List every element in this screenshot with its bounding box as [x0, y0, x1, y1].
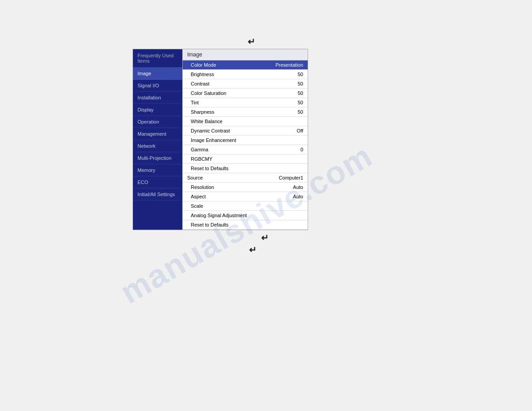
enter-icon-4: ↵ [249, 244, 257, 255]
row-color-mode[interactable]: Color Mode Presentation [183, 60, 308, 70]
row-resolution[interactable]: Resolution Auto [183, 183, 308, 192]
sidebar: Frequently Used Items Image Signal I/O I… [133, 49, 182, 230]
sidebar-item-image[interactable]: Image [133, 68, 182, 80]
label-dynamic-contrast: Dynamic Contrast [187, 128, 297, 133]
row-contrast[interactable]: Contrast 50 [183, 79, 308, 89]
content-panel: Image Color Mode Presentation Brightness… [182, 49, 308, 230]
sidebar-item-signal-io[interactable]: Signal I/O [133, 80, 182, 92]
label-sharpness: Sharpness [187, 109, 298, 115]
value-color-mode: Presentation [275, 62, 303, 68]
enter-icon-1: ↵ [248, 36, 255, 47]
value-brightness: 50 [298, 72, 303, 77]
label-color-mode: Color Mode [187, 62, 275, 68]
row-gamma[interactable]: Gamma 0 [183, 145, 308, 154]
row-scale[interactable]: Scale [183, 201, 308, 211]
value-gamma: 0 [300, 147, 303, 152]
row-reset-defaults-2[interactable]: Reset to Defaults [183, 220, 308, 230]
value-dynamic-contrast: Off [297, 128, 303, 133]
label-gamma: Gamma [187, 147, 300, 152]
label-contrast: Contrast [187, 81, 298, 86]
sidebar-item-display[interactable]: Display [133, 104, 182, 116]
label-reset-defaults-2: Reset to Defaults [187, 222, 303, 227]
sidebar-item-installation[interactable]: Installation [133, 92, 182, 104]
value-aspect: Auto [293, 194, 303, 199]
label-scale: Scale [187, 203, 303, 209]
value-contrast: 50 [298, 81, 303, 86]
row-analog-signal-adjustment[interactable]: Analog Signal Adjustment [183, 211, 308, 220]
label-rgbcmy: RGBCMY [187, 156, 303, 162]
label-brightness: Brightness [187, 72, 298, 77]
value-color-saturation: 50 [298, 90, 303, 96]
label-color-saturation: Color Saturation [187, 90, 298, 96]
row-color-saturation[interactable]: Color Saturation 50 [183, 89, 308, 98]
sidebar-item-frequently-used[interactable]: Frequently Used Items [133, 49, 182, 68]
row-source[interactable]: Source Computer1 [183, 173, 308, 183]
label-reset-defaults-1: Reset to Defaults [187, 166, 303, 171]
label-image-enhancement: Image Enhancement [187, 137, 303, 143]
sidebar-item-memory[interactable]: Memory [133, 164, 182, 176]
row-reset-defaults-1[interactable]: Reset to Defaults [183, 164, 308, 173]
row-aspect[interactable]: Aspect Auto [183, 192, 308, 201]
sidebar-item-management[interactable]: Management [133, 128, 182, 140]
sidebar-item-eco[interactable]: ECO [133, 176, 182, 188]
label-aspect: Aspect [187, 194, 293, 199]
label-source: Source [187, 175, 279, 180]
row-sharpness[interactable]: Sharpness 50 [183, 107, 308, 117]
value-sharpness: 50 [298, 109, 303, 115]
value-resolution: Auto [293, 184, 303, 190]
enter-icon-3: ↵ [261, 232, 269, 243]
row-white-balance[interactable]: White Balance [183, 117, 308, 126]
label-resolution: Resolution [187, 184, 293, 190]
row-tint[interactable]: Tint 50 [183, 98, 308, 107]
row-rgbcmy[interactable]: RGBCMY [183, 154, 308, 164]
label-analog-signal-adjustment: Analog Signal Adjustment [187, 213, 303, 218]
sidebar-item-multi-projection[interactable]: Multi-Projection [133, 152, 182, 164]
label-white-balance: White Balance [187, 119, 303, 124]
row-dynamic-contrast[interactable]: Dynamic Contrast Off [183, 126, 308, 136]
sidebar-item-initial-settings[interactable]: Initial/All Settings [133, 188, 182, 201]
sidebar-item-operation[interactable]: Operation [133, 116, 182, 128]
main-panel: Frequently Used Items Image Signal I/O I… [133, 49, 308, 230]
label-tint: Tint [187, 100, 298, 105]
sidebar-item-network[interactable]: Network [133, 140, 182, 152]
row-image-enhancement[interactable]: Image Enhancement [183, 136, 308, 145]
row-brightness[interactable]: Brightness 50 [183, 70, 308, 79]
value-source: Computer1 [279, 175, 303, 180]
value-tint: 50 [298, 100, 303, 105]
content-header: Image [183, 49, 308, 60]
